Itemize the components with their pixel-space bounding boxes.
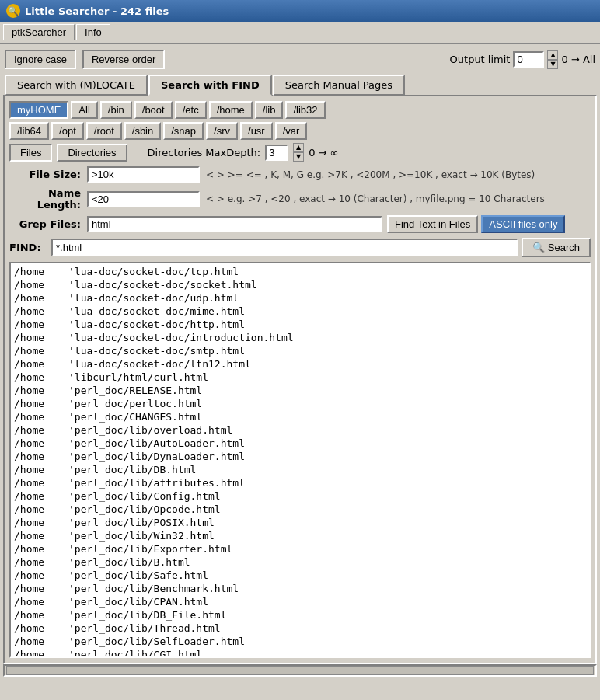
result-path: 'lua-doc/socket-doc/socket.html bbox=[68, 279, 257, 291]
namelength-label: Name Length: bbox=[9, 187, 87, 211]
files-toggle[interactable]: Files bbox=[9, 144, 52, 162]
table-row: /home 'lua-doc/socket-doc/mime.html bbox=[14, 305, 586, 318]
table-row: /home 'perl_doc/lib/CPAN.html bbox=[14, 595, 586, 608]
filesize-row: File Size: < > >= <= , K, M, G e.g. >7K … bbox=[9, 166, 591, 183]
table-row: /home 'perl_doc/lib/Benchmark.html bbox=[14, 582, 586, 595]
find-text-button[interactable]: Find Text in Files bbox=[387, 215, 478, 233]
table-row: /home 'libcurl/html/curl.html bbox=[14, 371, 586, 384]
ascii-only-button[interactable]: ASCII files only bbox=[481, 215, 565, 233]
table-row: /home 'perl_doc/lib/attributes.html bbox=[14, 476, 586, 489]
content-area: myHOME All /bin /boot /etc /home /lib /l… bbox=[3, 95, 597, 664]
table-row: /home 'perl_doc/lib/Config.html bbox=[14, 489, 586, 503]
result-path: 'perl_doc/lib/DB_File.html bbox=[68, 609, 227, 621]
result-path: 'perl_doc/lib/Win32.html bbox=[68, 530, 215, 542]
result-dir: /home bbox=[14, 477, 68, 489]
dir-btn-lib32[interactable]: /lib32 bbox=[285, 101, 325, 119]
title-bar-text: Little Searcher - 242 files bbox=[25, 5, 169, 17]
result-dir: /home bbox=[14, 556, 68, 568]
result-dir: /home bbox=[14, 609, 68, 621]
ignore-case-button[interactable]: Ignore case bbox=[5, 50, 76, 69]
table-row: /home 'perl_doc/lib/overload.html bbox=[14, 423, 586, 437]
dir-btn-usr[interactable]: /usr bbox=[240, 122, 273, 140]
maxdepth-spinner-down[interactable]: ▼ bbox=[293, 152, 304, 162]
dir-btn-root[interactable]: /root bbox=[86, 122, 122, 140]
dir-btn-sbin[interactable]: /sbin bbox=[124, 122, 161, 140]
result-dir: /home bbox=[14, 636, 68, 647]
dir-btn-bin[interactable]: /bin bbox=[100, 101, 132, 119]
result-path: 'lua-doc/socket-doc/tcp.html bbox=[68, 266, 239, 277]
table-row: /home 'perl_doc/lib/Exporter.html bbox=[14, 542, 586, 555]
table-row: /home 'lua-doc/socket-doc/socket.html bbox=[14, 278, 586, 291]
dir-btn-boot[interactable]: /boot bbox=[134, 101, 173, 119]
menu-info[interactable]: Info bbox=[76, 24, 110, 40]
maxdepth-input[interactable] bbox=[265, 145, 288, 161]
reverse-order-button[interactable]: Reverse order bbox=[82, 50, 165, 69]
filesize-input[interactable] bbox=[87, 166, 200, 183]
dir-btn-lib64[interactable]: /lib64 bbox=[9, 122, 49, 140]
find-input[interactable] bbox=[51, 239, 518, 256]
result-path: 'perl_doc/lib/Benchmark.html bbox=[68, 583, 239, 594]
namelength-input[interactable] bbox=[87, 191, 200, 207]
result-path: 'lua-doc/socket-doc/ltn12.html bbox=[68, 358, 251, 370]
filter-row: Files Directories Directories MaxDepth: … bbox=[9, 143, 591, 162]
result-dir: /home bbox=[14, 543, 68, 555]
table-row: /home 'perl_doc/lib/DB_File.html bbox=[14, 608, 586, 622]
grep-row: Grep Files: Find Text in Files ASCII fil… bbox=[9, 215, 591, 233]
directories-toggle[interactable]: Directories bbox=[57, 144, 127, 162]
maxdepth-spinner: ▲ ▼ bbox=[293, 143, 304, 162]
result-dir: /home bbox=[14, 411, 68, 423]
result-dir: /home bbox=[14, 451, 68, 462]
dir-btn-myhome[interactable]: myHOME bbox=[9, 101, 68, 119]
table-row: /home 'perl_doc/CHANGES.html bbox=[14, 410, 586, 423]
dir-btn-srv[interactable]: /srv bbox=[206, 122, 238, 140]
result-dir: /home bbox=[14, 319, 68, 330]
tab-find[interactable]: Search with FIND bbox=[148, 75, 272, 96]
dir-btn-lib[interactable]: /lib bbox=[255, 101, 284, 119]
results-area[interactable]: /home 'lua-doc/socket-doc/tcp.html/home … bbox=[9, 262, 591, 658]
table-row: /home 'perl_doc/lib/AutoLoader.html bbox=[14, 437, 586, 450]
spinner-down[interactable]: ▼ bbox=[547, 60, 558, 69]
dir-btn-snap[interactable]: /snap bbox=[163, 122, 204, 140]
maxdepth-extra: 0 → ∞ bbox=[309, 147, 338, 158]
result-dir: /home bbox=[14, 358, 68, 370]
result-path: 'perl_doc/lib/Thread.html bbox=[68, 622, 221, 634]
result-dir: /home bbox=[14, 345, 68, 357]
table-row: /home 'lua-doc/socket-doc/introduction.h… bbox=[14, 331, 586, 344]
result-dir: /home bbox=[14, 583, 68, 594]
result-path: 'libcurl/html/curl.html bbox=[68, 371, 208, 383]
result-dir: /home bbox=[14, 332, 68, 343]
dir-btn-home[interactable]: /home bbox=[209, 101, 253, 119]
app-icon: 🔍 bbox=[6, 4, 20, 18]
tab-mlocate[interactable]: Search with (M)LOCATE bbox=[5, 75, 148, 96]
grep-input[interactable] bbox=[87, 216, 382, 232]
table-row: /home 'perl_doc/lib/Win32.html bbox=[14, 529, 586, 542]
maxdepth-spinner-up[interactable]: ▲ bbox=[293, 143, 304, 152]
table-row: /home 'perl_doc/lib/Safe.html bbox=[14, 569, 586, 582]
table-row: /home 'perl_doc/RELEASE.html bbox=[14, 384, 586, 397]
result-path: 'perl_doc/lib/DynaLoader.html bbox=[68, 451, 245, 462]
main-container: Ignore case Reverse order Output limit ▲… bbox=[0, 44, 600, 680]
spinner-up[interactable]: ▲ bbox=[547, 50, 558, 60]
result-dir: /home bbox=[14, 398, 68, 409]
output-limit-spinner: ▲ ▼ bbox=[547, 50, 558, 69]
tab-manual[interactable]: Search Manual Pages bbox=[273, 75, 405, 96]
output-limit-input[interactable] bbox=[513, 51, 544, 68]
dir-btn-etc[interactable]: /etc bbox=[175, 101, 207, 119]
search-button[interactable]: 🔍 Search bbox=[522, 238, 591, 257]
result-path: 'perl_doc/perltoc.html bbox=[68, 398, 202, 409]
result-dir: /home bbox=[14, 569, 68, 581]
bottom-scrollbar[interactable] bbox=[3, 664, 597, 677]
menu-bar: ptkSearcher Info bbox=[0, 22, 600, 44]
dir-btn-opt[interactable]: /opt bbox=[51, 122, 84, 140]
result-path: 'perl_doc/lib/SelfLoader.html bbox=[68, 636, 245, 647]
dir-btn-all[interactable]: All bbox=[71, 101, 97, 119]
result-dir: /home bbox=[14, 517, 68, 528]
result-dir: /home bbox=[14, 649, 68, 658]
result-dir: /home bbox=[14, 437, 68, 449]
result-path: 'perl_doc/lib/DB.html bbox=[68, 464, 196, 475]
table-row: /home 'lua-doc/socket-doc/tcp.html bbox=[14, 265, 586, 278]
menu-ptk-searcher[interactable]: ptkSearcher bbox=[3, 24, 75, 40]
result-dir: /home bbox=[14, 424, 68, 436]
result-path: 'perl_doc/lib/Safe.html bbox=[68, 569, 208, 581]
dir-btn-var[interactable]: /var bbox=[275, 122, 308, 140]
